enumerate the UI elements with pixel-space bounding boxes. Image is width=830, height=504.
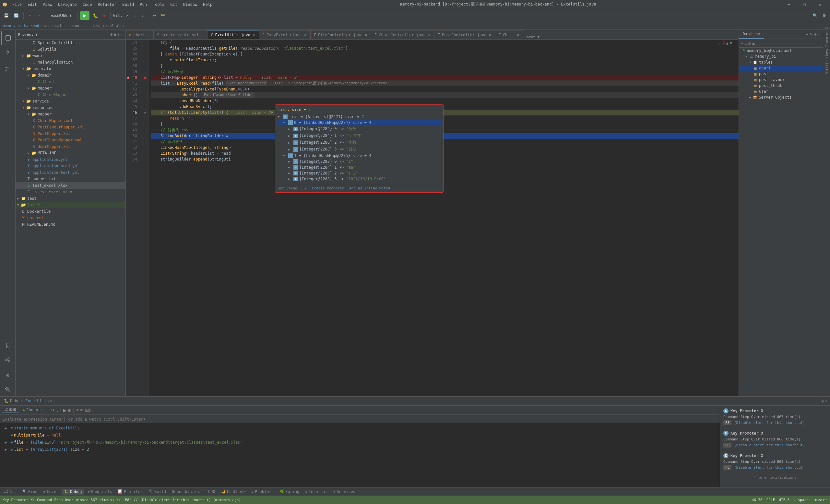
debug-item-1[interactable]: ▼ ≡ 1 = {LinkedHashMap@2275} size = 4 <box>278 153 441 159</box>
tree-item-sqlutils[interactable]: C SqlUtils <box>15 46 125 53</box>
bst-find[interactable]: 🔍 Find <box>20 489 40 495</box>
bst-todo[interactable]: TODO <box>203 489 218 495</box>
status-line-col[interactable]: 46:38 <box>752 498 763 502</box>
var-item-static[interactable]: ▶ ≡ static members of ExcelUtils <box>3 424 717 432</box>
run-button[interactable]: ▶ <box>80 11 90 20</box>
breadcrumb-item-3[interactable]: main <box>55 24 64 28</box>
var-item-list[interactable]: ▶ ≡ list = {ArrayList@2271} size = 2 <box>3 446 717 453</box>
console-expression-input[interactable] <box>3 417 717 421</box>
tab-create-table-sql[interactable]: S create_table.sql ✕ <box>154 30 208 39</box>
bst-cover[interactable]: ◉ Cover <box>41 489 61 495</box>
toolbar-undo-btn[interactable]: ↩ <box>151 11 158 20</box>
tree-icon-close[interactable]: ✕ <box>121 32 123 37</box>
activity-commit-icon[interactable] <box>1 45 14 59</box>
db-item-chart[interactable]: ▤ chart <box>739 65 823 71</box>
debug-panel-settings[interactable]: ⚙ <box>822 399 824 404</box>
db-new-schema-btn[interactable]: + <box>741 41 743 46</box>
tree-item-service[interactable]: ▼ 📂 service <box>15 98 125 104</box>
debug-item-0-0[interactable]: ▶ ≡ {Integer@2282} 0 -> "数数" <box>278 126 441 132</box>
git-push-btn[interactable]: ↑ <box>132 11 138 20</box>
db-item-user[interactable]: ▤ user <box>739 89 823 94</box>
status-crlf[interactable]: CRLF <box>766 498 775 502</box>
status-indent[interactable]: 4 spaces <box>793 498 810 502</box>
tab-close-filecontroller[interactable]: ✕ <box>364 32 368 37</box>
tab-close-postcontroller[interactable]: ✕ <box>488 32 491 37</box>
activity-plugins-icon[interactable]: 🔌 <box>1 383 14 396</box>
tree-item-mapper-gen[interactable]: ▼ 📂 mapper <box>15 85 125 91</box>
tree-item-application-prod-yml[interactable]: Y application-prod.yml <box>15 163 125 169</box>
bst-profiler[interactable]: 📊 Profiler <box>116 489 145 495</box>
db-item-post-favour[interactable]: ▤ post_favour <box>739 77 823 83</box>
debug-item-1-0[interactable]: ▶ ≡ {Integer@2282} 0 -> "1" <box>278 159 441 164</box>
tree-item-readme-md[interactable]: M README.en.md <box>15 221 125 228</box>
breadcrumb-item-5[interactable]: test_excel.xlsx <box>92 24 125 28</box>
bst-problems[interactable]: ⚠ Problems <box>249 489 276 495</box>
tab-filecontroller-java[interactable]: C FileController.java ✕ <box>311 30 372 39</box>
debug-item-0[interactable]: ▼ ≡ 0 = {LinkedHashMap@2274} size = 4 <box>278 120 441 126</box>
tree-item-application-test-yml[interactable]: Y application-test.yml <box>15 169 125 176</box>
breadcrumb-item-2[interactable]: src <box>44 24 50 28</box>
activity-project-icon[interactable] <box>1 31 14 45</box>
db-item-database[interactable]: ▼ 🗃 memory_bi <box>739 54 823 59</box>
key-promoter-sidebar-icon[interactable]: Key Promoter X <box>824 31 830 51</box>
search-everywhere-btn[interactable]: 🔍 <box>810 11 819 20</box>
tree-item-chartmapper[interactable]: C ChartMapper <box>15 91 125 98</box>
tab-close-sql[interactable]: ✕ <box>201 32 204 37</box>
tree-item-banner-txt[interactable]: T banner.txt <box>15 176 125 182</box>
close-button[interactable]: ✕ <box>812 0 827 9</box>
db-item-server-objects[interactable]: ▶ 📦 Server Objects <box>739 94 823 100</box>
tree-icon-expand[interactable]: ≡ <box>114 32 116 37</box>
var-item-file[interactable]: ▶ ≡ file = {File@1148} "D:\Project\星球项目\… <box>3 439 717 446</box>
tree-item-test-excel-temp[interactable]: E ~$test_excel.xlsx <box>15 189 125 195</box>
status-branch[interactable]: master <box>815 498 827 502</box>
tree-item-chart[interactable]: C Chart <box>15 78 125 85</box>
menu-git[interactable]: Git <box>168 2 180 7</box>
debug-stop-btn[interactable]: ■ <box>68 408 71 413</box>
menu-window[interactable]: Window <box>181 2 200 7</box>
debug-step-over-btn[interactable]: ↷ <box>51 408 55 413</box>
tree-item-generator[interactable]: ▼ 📂 generator <box>15 65 125 72</box>
set-value-key[interactable]: F2 <box>302 186 307 190</box>
bst-services[interactable]: ⚙ Services <box>331 489 358 495</box>
debug-evaluate-btn[interactable]: ⌨ <box>85 408 91 413</box>
tree-item-meta-inf[interactable]: ▶ 📁 META-INF <box>15 150 125 156</box>
kp-disable-3[interactable]: (Disable alert for this shortcut) <box>734 465 805 470</box>
debug-watch-btn[interactable]: 👁 <box>80 408 84 413</box>
menu-help[interactable]: Help <box>200 2 215 7</box>
debug-show-frames-btn[interactable]: ≡ <box>76 408 78 413</box>
db-refresh-btn[interactable]: ⟳ <box>810 32 813 37</box>
bst-spring[interactable]: 🌿 Spring <box>277 489 302 495</box>
debug-step-into-btn[interactable]: ↓ <box>56 408 58 413</box>
db-settings-btn[interactable]: ⚙ <box>815 32 817 37</box>
toolbar-back-btn[interactable]: ← <box>26 11 34 20</box>
toolbar-save-btn[interactable]: 💾 <box>2 11 11 20</box>
tab-overflow-btn[interactable]: Datat ▼ <box>524 35 540 39</box>
tree-item-test[interactable]: ▶ 📁 test <box>15 195 125 202</box>
activity-pullrequest-icon[interactable] <box>1 62 14 76</box>
debug-item-1-3[interactable]: ▶ ≡ {Integer@2288} 3 -> "2022/10/10 0:00… <box>278 176 441 182</box>
bst-build[interactable]: 🔨 Build <box>146 489 168 495</box>
db-item-tables-folder[interactable]: ▼ 📋 tables <box>739 59 823 65</box>
tab-easyexcel-class[interactable]: C EasyExcel.class ✕ <box>259 30 311 39</box>
kp-disable-2[interactable]: (Disable alert for this shortcut) <box>734 443 805 447</box>
var-item-multipartfile[interactable]: ≡ multipartFile = null <box>3 432 717 439</box>
activity-settings-icon[interactable]: ⚙ <box>1 369 14 382</box>
activity-bookmarks-icon[interactable] <box>1 339 14 352</box>
menu-navigate[interactable]: Navigate <box>56 2 79 7</box>
tab-excelutils-java[interactable]: C ExcelUtils.java ✕ <box>208 30 259 39</box>
debug-item-list-root[interactable]: ▼ ≡ list = {ArrayList@2271} size = 2 <box>278 114 441 120</box>
toolbar-forward-btn[interactable]: → <box>35 11 43 20</box>
tree-icon-locate[interactable]: ⊕ <box>110 32 113 37</box>
maximize-button[interactable]: □ <box>797 0 812 9</box>
bst-debug[interactable]: 🐛 Debug <box>62 489 84 495</box>
debugger-tab[interactable]: 调试器 <box>2 407 19 413</box>
breadcrumb-item-4[interactable]: resources <box>68 24 88 28</box>
debug-resume-btn[interactable]: ▶ <box>63 408 67 413</box>
tree-item-dockerfile[interactable]: D Dockerfile <box>15 208 125 215</box>
tree-item-postthumpmapper-xml[interactable]: X PostThumbMapper.xml <box>15 137 125 144</box>
tab-ch-java[interactable]: C Ch... ✕ <box>495 30 523 39</box>
bottom-tab-debug[interactable]: 🐛 Debug: ExcelUtils ✕ <box>0 397 56 405</box>
tree-icon-settings[interactable]: ⚙ <box>117 32 120 37</box>
database-tab[interactable]: Database <box>739 30 764 39</box>
tree-item-pom-xml[interactable]: X pom.xml <box>15 215 125 221</box>
